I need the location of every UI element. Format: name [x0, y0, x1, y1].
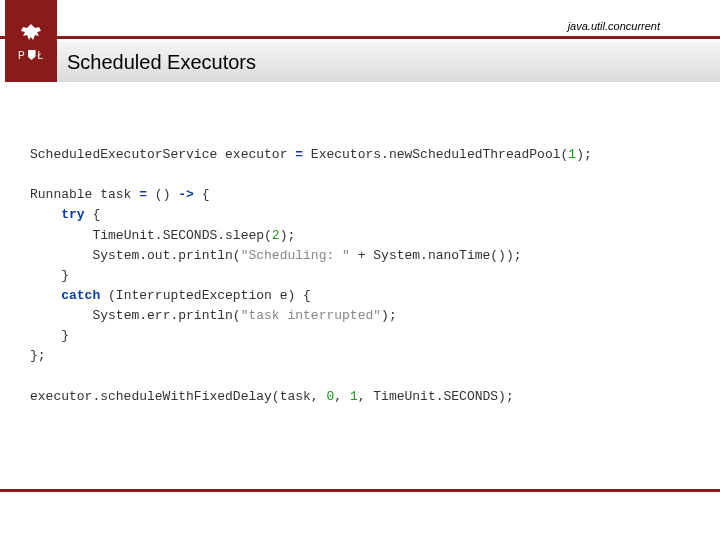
logo-letters: P Ł [18, 50, 44, 61]
logo-letter-l: Ł [38, 50, 45, 61]
package-label: java.util.concurrent [568, 20, 660, 32]
code-line-2: Runnable task = () -> { [30, 187, 209, 202]
bottom-rule [0, 489, 720, 492]
code-line-7: catch (InterruptedException e) { [30, 288, 311, 303]
code-line-8: System.err.println("task interrupted"); [30, 308, 397, 323]
code-line-4: TimeUnit.SECONDS.sleep(2); [30, 228, 295, 243]
code-line-6: } [30, 268, 69, 283]
code-line-3: try { [30, 207, 100, 222]
slide-header: java.util.concurrent P Ł Scheduled Execu… [0, 0, 720, 90]
logo-letter-p: P [18, 50, 26, 61]
code-block: ScheduledExecutorService executor = Exec… [30, 145, 680, 407]
code-line-11: executor.scheduleWithFixedDelay(task, 0,… [30, 389, 514, 404]
shield-icon [28, 50, 36, 60]
code-line-9: } [30, 328, 69, 343]
eagle-icon [18, 22, 44, 44]
top-rule [0, 36, 720, 39]
slide-title: Scheduled Executors [67, 51, 256, 74]
code-line-10: }; [30, 348, 46, 363]
code-line-1: ScheduledExecutorService executor = Exec… [30, 147, 592, 162]
code-line-5: System.out.println("Scheduling: " + Syst… [30, 248, 522, 263]
title-bar: Scheduled Executors [57, 42, 720, 82]
university-logo: P Ł [5, 0, 57, 82]
